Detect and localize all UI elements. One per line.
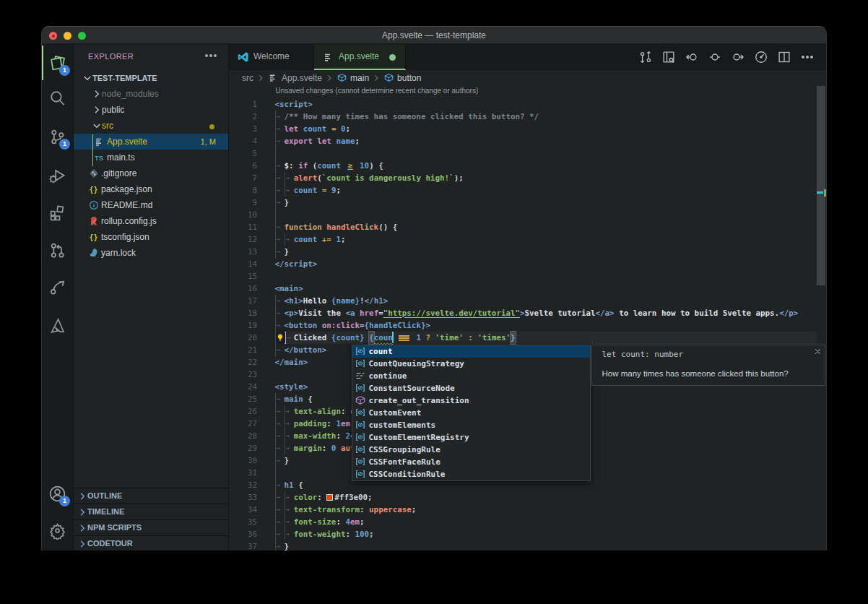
suggest-item-CSSGroupingRule[interactable]: CSSGroupingRule <box>352 444 590 456</box>
code-line-37[interactable]: 37} <box>229 540 827 551</box>
code-line-15[interactable]: 15 <box>229 270 827 282</box>
more-icon[interactable] <box>800 50 815 64</box>
code-line-14[interactable]: 14</script> <box>229 258 827 270</box>
tree-indent-guide <box>92 134 93 166</box>
suggest-item-label: customElements <box>369 420 436 430</box>
code-line-2[interactable]: 2/** How many times has someone clicked … <box>229 111 827 123</box>
sidebar-section-outline[interactable]: OUTLINE <box>74 488 228 504</box>
breadcrumb[interactable]: srcApp.sveltemainbutton <box>229 70 827 85</box>
suggest-item-customElements[interactable]: customElements <box>352 419 590 431</box>
more-actions-icon[interactable] <box>204 48 218 63</box>
suggest-item-label: CSSConditionRule <box>369 470 446 479</box>
tree-item-tsconfig.json[interactable]: {}tsconfig.json <box>74 229 228 245</box>
code-line-8[interactable]: 8count = 9; <box>229 184 827 197</box>
code-line-5[interactable]: 5 <box>229 147 827 160</box>
code-line-1[interactable]: 1<script> <box>229 98 827 111</box>
code-line-6[interactable]: 6$: if (count ≥ 10) { <box>229 160 827 172</box>
code-line-12[interactable]: 12count += 1; <box>229 233 827 246</box>
sidebar-section-timeline[interactable]: TIMELINE <box>74 504 228 519</box>
tree-item-label: src <box>102 118 113 134</box>
code-line-10[interactable]: 10 <box>229 209 827 221</box>
activity-bar-item-run-debug[interactable] <box>48 167 66 185</box>
breadcrumb-item[interactable]: button <box>397 73 421 83</box>
suggest-item-create_out_transition[interactable]: create_out_transition <box>352 394 590 407</box>
tree-item-README.md[interactable]: README.md <box>74 197 228 213</box>
code-line-36[interactable]: 36font-weight: 100; <box>229 528 827 540</box>
tree-item-public[interactable]: public <box>74 102 228 118</box>
tree-item-rollup.config.js[interactable]: rollup.config.js <box>74 213 228 229</box>
open-changes-icon[interactable] <box>638 50 653 64</box>
activity-bar-item-extensions[interactable] <box>48 204 66 223</box>
sidebar-section-codetour[interactable]: CODETOUR <box>74 535 228 551</box>
tree-item-node_modules[interactable]: node_modules <box>74 86 228 102</box>
code-line-9[interactable]: 9} <box>229 197 827 209</box>
tab-app-svelte[interactable]: App.svelte <box>314 44 406 70</box>
tree-item-label: yarn.lock <box>101 245 136 261</box>
lightbulb-icon[interactable] <box>276 332 285 344</box>
tour-back-icon[interactable] <box>685 50 699 64</box>
breadcrumb-item[interactable]: App.svelte <box>282 73 322 83</box>
tree-item-package.json[interactable]: {}package.json <box>74 181 228 197</box>
chevron-right-icon <box>324 73 334 83</box>
color-swatch[interactable] <box>326 494 333 501</box>
activity-bar-item-explorer[interactable]: 1 <box>48 54 66 72</box>
activity-bar-item-github-pull-requests[interactable] <box>48 241 66 259</box>
whitespace-tab <box>275 135 285 147</box>
titlebar[interactable]: App.svelte — test-template <box>42 27 826 44</box>
close-icon[interactable] <box>814 348 822 355</box>
suggest-item-count[interactable]: count <box>352 345 590 358</box>
code-line-7[interactable]: 7alert(`count is dangerously high!`); <box>229 172 827 184</box>
activity-bar-item-live-share[interactable] <box>48 278 66 296</box>
tour-forward-icon[interactable] <box>731 50 745 64</box>
tree-item-.gitignore[interactable]: .gitignore <box>74 165 228 181</box>
editor-scrollbar[interactable] <box>817 86 825 285</box>
tree-item-src[interactable]: src <box>74 118 228 134</box>
suggest-item-CustomElementRegistry[interactable]: CustomElementRegistry <box>352 431 590 444</box>
symbol-variable-icon <box>355 419 366 431</box>
unsaved-dot-icon[interactable] <box>389 54 396 61</box>
tree-item-App.svelte[interactable]: App.svelte1, M <box>74 134 228 150</box>
suggest-item-CustomEvent[interactable]: CustomEvent <box>352 407 590 419</box>
line-number: 34 <box>229 504 259 516</box>
tree-item-main.ts[interactable]: TSmain.ts <box>74 150 228 165</box>
sidebar-section-npm-scripts[interactable]: NPM SCRIPTS <box>74 519 228 535</box>
whitespace-tab <box>275 516 285 528</box>
tree-root-TEST-TEMPLATE[interactable]: TEST-TEMPLATE <box>74 70 228 86</box>
suggest-item-ConstantSourceNode[interactable]: ConstantSourceNode <box>352 382 590 394</box>
code-line-33[interactable]: 33color: #ff3e00; <box>229 491 827 504</box>
activity-bar-item-source-control[interactable]: 1 <box>48 128 66 146</box>
tour-play-icon[interactable] <box>754 50 768 64</box>
code-line-13[interactable]: 13} <box>229 246 827 258</box>
code-line-34[interactable]: 34text-transform: uppercase; <box>229 504 827 516</box>
code-line-3[interactable]: 3let count = 0; <box>229 123 827 135</box>
suggest-item-CSSConditionRule[interactable]: CSSConditionRule <box>352 468 590 480</box>
line-number: 9 <box>229 197 259 209</box>
suggest-item-CountQueuingStrategy[interactable]: CountQueuingStrategy <box>352 358 590 370</box>
code-line-18[interactable]: 18<p>Visit the <a href="https://svelte.d… <box>229 307 827 319</box>
tab-welcome[interactable]: Welcome <box>229 44 314 70</box>
open-preview-icon[interactable] <box>661 50 676 64</box>
activity-bar-item-accounts[interactable]: 1 <box>48 485 66 503</box>
breadcrumb-item[interactable]: main <box>350 73 369 83</box>
symbol-variable-icon <box>355 358 366 369</box>
code-line-11[interactable]: 11function handleClick() { <box>229 221 827 233</box>
tour-stop-icon[interactable] <box>708 50 722 64</box>
tree-item-yarn.lock[interactable]: yarn.lock <box>74 245 228 261</box>
live-share-icon <box>48 278 66 296</box>
code-line-4[interactable]: 4export let name; <box>229 135 827 147</box>
split-editor-icon[interactable] <box>777 50 791 64</box>
code-line-16[interactable]: 16<main> <box>229 282 827 295</box>
code-editor[interactable]: Unsaved changes (cannot determine recent… <box>229 85 827 551</box>
breadcrumb-item[interactable]: src <box>242 73 253 83</box>
code-line-20[interactable]: 20Clicked {count} {coun 1 ? 'time' : 'ti… <box>229 332 827 344</box>
chevron-right-icon <box>256 73 266 83</box>
activity-bar-item-search[interactable] <box>48 89 66 107</box>
code-line-19[interactable]: 19<button on:click={handleClick}> <box>229 319 827 332</box>
code-line-17[interactable]: 17<h1>Hello {name}!</h1> <box>229 295 827 307</box>
line-number: 35 <box>229 516 259 528</box>
code-line-35[interactable]: 35font-size: 4em; <box>229 516 827 528</box>
activity-bar-item-azure[interactable] <box>48 316 66 335</box>
activity-bar-item-settings[interactable] <box>48 522 66 540</box>
suggest-item-continue[interactable]: continue <box>352 370 590 382</box>
suggest-item-CSSFontFaceRule[interactable]: CSSFontFaceRule <box>352 456 590 468</box>
